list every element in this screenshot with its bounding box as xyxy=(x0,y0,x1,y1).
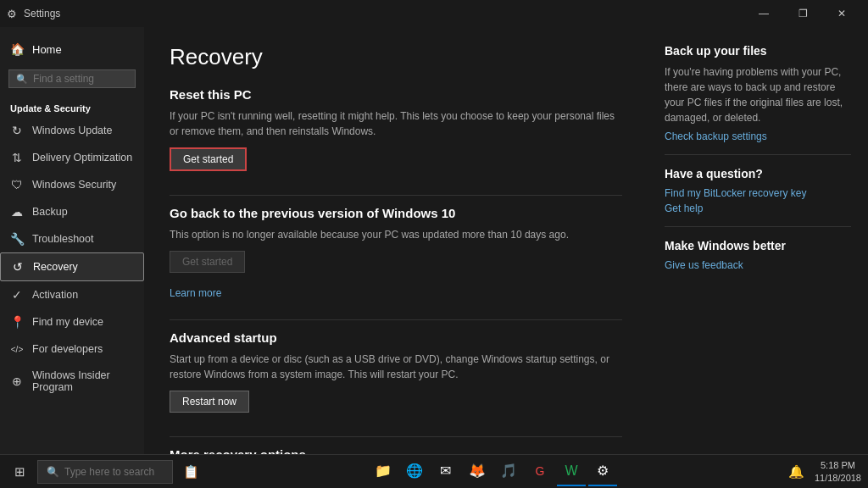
restart-now-button[interactable]: Restart now xyxy=(170,391,249,413)
title-bar-left: ⚙ Settings xyxy=(7,8,60,20)
go-back-learn-more-link[interactable]: Learn more xyxy=(170,287,221,299)
close-button[interactable]: ✕ xyxy=(822,0,861,27)
taskbar-search-box[interactable]: 🔍 xyxy=(37,460,173,484)
bitlocker-recovery-link[interactable]: Find my BitLocker recovery key xyxy=(665,187,851,199)
sidebar-item-delivery-optimization[interactable]: ⇅ Delivery Optimization xyxy=(0,144,144,171)
divider-2 xyxy=(170,319,622,320)
check-backup-link[interactable]: Check backup settings xyxy=(665,130,851,142)
get-help-link[interactable]: Get help xyxy=(665,202,851,214)
sidebar-item-troubleshoot[interactable]: 🔧 Troubleshoot xyxy=(0,225,144,252)
right-divider-1 xyxy=(665,154,851,155)
taskbar: ⊞ 🔍 📋 📁 🌐 ✉ 🦊 🎵 G W ⚙ 🔔 5:18 PM 11/18/20… xyxy=(0,454,868,488)
sidebar-label: Windows Insider Program xyxy=(32,369,134,393)
taskbar-date-display: 11/18/2018 xyxy=(815,472,861,484)
sidebar: 🏠 Home 🔍 Update & Security ↻ Windows Upd… xyxy=(0,27,144,454)
find-my-device-icon: 📍 xyxy=(10,315,24,329)
taskbar-mail[interactable]: ✉ xyxy=(431,458,460,486)
search-icon: 🔍 xyxy=(16,74,28,85)
go-back-title: Go back to the previous version of Windo… xyxy=(170,206,622,220)
sidebar-item-windows-security[interactable]: 🛡 Windows Security xyxy=(0,171,144,198)
sidebar-item-backup[interactable]: ☁ Backup xyxy=(0,198,144,225)
go-back-get-started-button: Get started xyxy=(170,251,245,273)
restore-button[interactable]: ❐ xyxy=(783,0,822,27)
delivery-optimization-icon: ⇅ xyxy=(10,151,24,164)
page-title: Recovery xyxy=(170,44,622,70)
sidebar-section-header: Update & Security xyxy=(0,93,144,117)
taskbar-explorer[interactable]: 📁 xyxy=(369,458,398,486)
sidebar-item-find-my-device[interactable]: 📍 Find my device xyxy=(0,308,144,336)
developers-icon: </> xyxy=(10,342,24,356)
sidebar-label: Activation xyxy=(32,289,78,301)
taskbar-groove[interactable]: 🎵 xyxy=(494,458,523,486)
taskbar-chrome[interactable]: G xyxy=(526,458,554,486)
settings-icon: ⚙ xyxy=(7,8,17,20)
insider-icon: ⊕ xyxy=(10,374,24,388)
title-bar: ⚙ Settings — ❐ ✕ xyxy=(0,0,868,27)
sidebar-label: Backup xyxy=(32,206,68,218)
taskbar-clock: 5:18 PM 11/18/2018 xyxy=(815,459,861,484)
sidebar-item-windows-insider[interactable]: ⊕ Windows Insider Program xyxy=(0,363,144,400)
make-windows-better-title: Make Windows better xyxy=(665,239,851,252)
app-title: Settings xyxy=(24,8,60,19)
app-container: 🏠 Home 🔍 Update & Security ↻ Windows Upd… xyxy=(0,27,868,454)
reset-pc-title: Reset this PC xyxy=(170,87,622,102)
title-bar-controls: — ❐ ✕ xyxy=(744,0,861,27)
advanced-startup-desc: Start up from a device or disc (such as … xyxy=(170,352,622,382)
taskbar-settings[interactable]: ⚙ xyxy=(588,458,617,486)
sidebar-label: Troubleshoot xyxy=(32,233,94,245)
sidebar-label: For developers xyxy=(32,343,103,355)
taskbar-edge[interactable]: 🌐 xyxy=(400,458,429,486)
windows-update-icon: ↻ xyxy=(10,124,24,137)
have-question-title: Have a question? xyxy=(665,167,851,180)
home-icon: 🏠 xyxy=(10,42,24,56)
troubleshoot-icon: 🔧 xyxy=(10,232,24,246)
give-feedback-link[interactable]: Give us feedback xyxy=(665,259,851,271)
main-content: Recovery Reset this PC If your PC isn't … xyxy=(144,27,648,454)
backup-icon: ☁ xyxy=(10,205,24,219)
task-view-button[interactable]: 📋 xyxy=(176,458,205,486)
divider-1 xyxy=(170,195,622,196)
taskbar-search-icon: 🔍 xyxy=(47,466,59,478)
taskbar-firefox[interactable]: 🦊 xyxy=(463,458,492,486)
taskbar-apps: 📁 🌐 ✉ 🦊 🎵 G W ⚙ xyxy=(210,458,776,486)
minimize-button[interactable]: — xyxy=(744,0,783,27)
taskbar-word[interactable]: W xyxy=(557,458,586,486)
advanced-startup-title: Advanced startup xyxy=(170,330,622,345)
taskbar-time-display: 5:18 PM xyxy=(815,459,861,471)
start-button[interactable]: ⊞ xyxy=(5,458,34,486)
sidebar-label: Windows Update xyxy=(32,125,113,136)
sidebar-label: Windows Security xyxy=(32,179,116,191)
sidebar-label: Delivery Optimization xyxy=(32,152,132,164)
more-recovery-title: More recovery options xyxy=(170,447,622,454)
right-panel: Back up your files If you're having prob… xyxy=(648,27,868,454)
sidebar-item-for-developers[interactable]: </> For developers xyxy=(0,336,144,363)
notification-icon[interactable]: 🔔 xyxy=(782,458,811,486)
sidebar-item-recovery[interactable]: ↺ Recovery xyxy=(0,252,144,281)
sidebar-label: Recovery xyxy=(33,261,78,273)
go-back-desc: This option is no longer available becau… xyxy=(170,227,622,242)
divider-3 xyxy=(170,436,622,437)
taskbar-left: ⊞ 🔍 📋 xyxy=(0,458,210,486)
reset-pc-get-started-button[interactable]: Get started xyxy=(170,147,247,171)
sidebar-label: Find my device xyxy=(32,316,103,328)
search-box[interactable]: 🔍 xyxy=(8,69,136,88)
taskbar-search-input[interactable] xyxy=(64,466,175,478)
right-divider-2 xyxy=(665,226,851,227)
activation-icon: ✓ xyxy=(10,288,24,302)
sidebar-home[interactable]: 🏠 Home xyxy=(0,34,144,64)
windows-security-icon: 🛡 xyxy=(10,178,24,191)
recovery-icon: ↺ xyxy=(11,260,25,274)
search-input[interactable] xyxy=(33,73,128,85)
backup-files-desc: If you're having problems with your PC, … xyxy=(665,64,851,125)
sidebar-item-windows-update[interactable]: ↻ Windows Update xyxy=(0,117,144,144)
taskbar-right: 🔔 5:18 PM 11/18/2018 xyxy=(776,458,868,486)
reset-pc-desc: If your PC isn't running well, resetting… xyxy=(170,108,622,139)
backup-files-title: Back up your files xyxy=(665,44,851,58)
home-label: Home xyxy=(32,43,62,56)
sidebar-item-activation[interactable]: ✓ Activation xyxy=(0,281,144,308)
